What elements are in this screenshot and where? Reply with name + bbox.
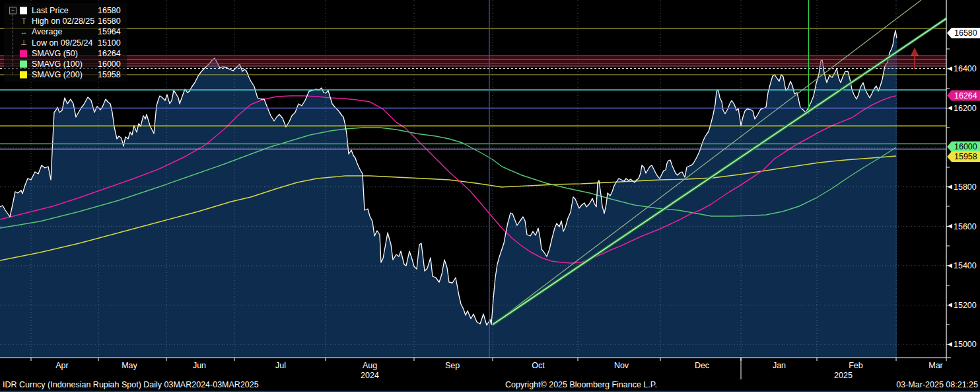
- legend-label: High on 02/28/25: [32, 17, 94, 26]
- smavg100-badge-text: 16000: [954, 142, 977, 151]
- legend-value: 16580: [98, 17, 127, 26]
- legend-value: 16264: [98, 49, 127, 58]
- y-axis-label: 16200: [954, 104, 977, 113]
- legend-label: Average: [32, 27, 62, 36]
- x-axis-month-label: Jun: [193, 361, 206, 370]
- legend-label: SMAVG (50): [32, 49, 78, 58]
- legend-row-high[interactable]: T High on 02/28/25 16580: [4, 16, 127, 26]
- y-axis-label: 15800: [954, 182, 977, 192]
- x-axis-month-label: Oct: [532, 361, 545, 370]
- x-axis-month-label: May: [122, 361, 137, 370]
- legend-label: Low on 09/25/24: [32, 38, 92, 48]
- smavg50-swatch: [20, 50, 27, 57]
- x-axis-month-label: Dec: [695, 361, 709, 370]
- x-axis-month-label: Apr: [55, 361, 68, 370]
- legend-value: 15964: [98, 27, 127, 36]
- legend-label: Last Price: [32, 6, 69, 15]
- legend-value: 15100: [98, 38, 127, 48]
- legend-row-smavg100[interactable]: SMAVG (100) 16000: [4, 59, 127, 69]
- timestamp: 03-Mar-2025 08:21:25: [896, 380, 978, 389]
- legend-row-average[interactable]: ↔ Average 15964: [4, 26, 127, 37]
- last-price-swatch: [20, 7, 27, 15]
- y-axis-label: 15000: [954, 340, 977, 349]
- legend-row-last-price[interactable]: − Last Price 16580: [4, 5, 127, 16]
- legend-collapse-icon[interactable]: −: [9, 7, 17, 15]
- x-axis-year-label: 2025: [834, 371, 853, 380]
- legend-label: SMAVG (200): [32, 70, 83, 79]
- legend-value: 16000: [98, 59, 127, 69]
- low-marker-icon: ⊥: [20, 39, 28, 47]
- x-axis-month-label: Jan: [773, 361, 786, 370]
- copyright-text: Copyright© 2025 Bloomberg Finance L.P.: [505, 380, 657, 389]
- smavg200-swatch: [20, 71, 27, 79]
- legend-value: 16580: [98, 6, 127, 15]
- bloomberg-chart-screen: 1640016200158001560015400152001500016580…: [0, 0, 980, 392]
- y-axis-label: 15200: [954, 301, 977, 310]
- security-description: IDR Curncy (Indonesian Rupiah Spot) Dail…: [3, 380, 259, 389]
- x-axis-month-label: Sep: [445, 361, 460, 370]
- legend-value: 15958: [98, 70, 127, 79]
- status-bar: IDR Curncy (Indonesian Rupiah Spot) Dail…: [0, 379, 980, 391]
- legend-row-low[interactable]: ⊥ Low on 09/25/24 15100: [4, 38, 127, 48]
- y-axis-label: 15400: [954, 261, 977, 270]
- x-axis-month-label: Aug: [363, 361, 377, 370]
- average-marker-icon: ↔: [20, 28, 28, 36]
- resistance-band: [0, 56, 946, 66]
- smavg200-badge-text: 15958: [954, 152, 977, 161]
- smavg100-swatch: [20, 61, 27, 68]
- legend-label: SMAVG (100): [32, 59, 83, 69]
- legend-row-smavg50[interactable]: SMAVG (50) 16264: [4, 48, 127, 59]
- x-axis-year-label: 2024: [361, 371, 379, 380]
- x-axis-month-label: Feb: [849, 361, 863, 370]
- x-axis-month-label: Mar: [928, 361, 943, 370]
- chart-legend: − Last Price 16580 T High on 02/28/25 16…: [4, 3, 127, 82]
- y-axis-label: 15600: [954, 222, 977, 231]
- x-axis-month-label: Jul: [275, 361, 286, 370]
- smavg50-badge-text: 16264: [954, 91, 977, 100]
- high-marker-icon: T: [20, 17, 28, 25]
- x-axis-month-label: Nov: [614, 361, 629, 370]
- legend-row-smavg200[interactable]: SMAVG (200) 15958: [4, 69, 127, 80]
- price-chart-canvas[interactable]: 1640016200158001560015400152001500016580…: [0, 0, 980, 392]
- last-price-badge-text: 16580: [954, 28, 977, 38]
- y-axis-label: 16400: [954, 64, 977, 73]
